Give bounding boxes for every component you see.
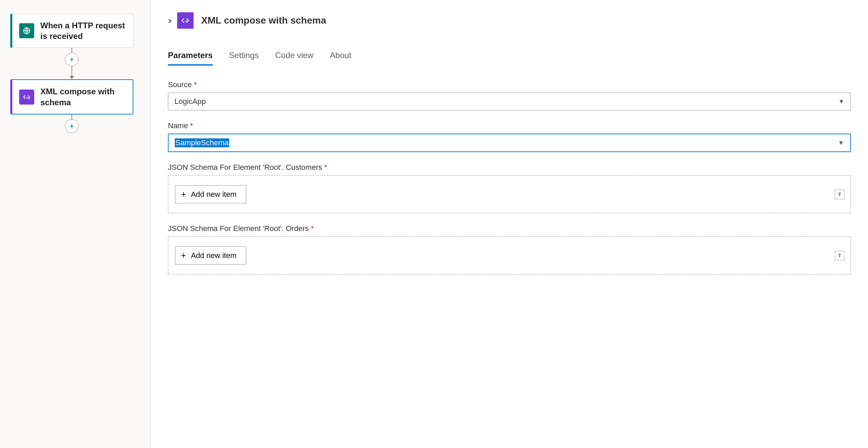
panel-tabs: Parameters Settings Code view About bbox=[168, 49, 851, 66]
panel-title: XML compose with schema bbox=[201, 15, 326, 26]
http-request-icon bbox=[19, 23, 34, 38]
field-orders-label-text: JSON Schema For Element 'Root'. Orders bbox=[168, 224, 309, 233]
panel-header: ›› XML compose with schema bbox=[168, 10, 851, 29]
field-source-label-text: Source bbox=[168, 80, 192, 89]
connector-end: + bbox=[10, 114, 133, 133]
dynamic-content-button[interactable]: T bbox=[835, 190, 844, 199]
action-details-panel: ›› XML compose with schema Parameters Se… bbox=[150, 0, 868, 448]
field-name-label: Name * bbox=[168, 121, 851, 130]
connector: + bbox=[10, 48, 133, 79]
trigger-node-http-request[interactable]: When a HTTP request is received bbox=[10, 14, 133, 48]
required-indicator: * bbox=[311, 224, 314, 233]
source-dropdown-value: LogicApp bbox=[174, 97, 206, 106]
orders-input-area: + Add new item T bbox=[168, 236, 851, 274]
required-indicator: * bbox=[190, 121, 193, 130]
name-dropdown-value: SampleSchema bbox=[175, 138, 229, 147]
source-dropdown[interactable]: LogicApp ▼ bbox=[168, 93, 851, 110]
field-customers-label: JSON Schema For Element 'Root'. Customer… bbox=[168, 163, 851, 172]
add-customers-item-button[interactable]: + Add new item bbox=[175, 185, 246, 203]
add-orders-item-label: Add new item bbox=[191, 251, 236, 260]
plus-icon: + bbox=[181, 250, 186, 261]
field-name-label-text: Name bbox=[168, 121, 188, 130]
add-orders-item-button[interactable]: + Add new item bbox=[175, 246, 246, 264]
field-customers: JSON Schema For Element 'Root'. Customer… bbox=[168, 163, 851, 213]
field-customers-label-text: JSON Schema For Element 'Root'. Customer… bbox=[168, 163, 322, 172]
field-name: Name * SampleSchema ▼ bbox=[168, 121, 851, 152]
action-node-xml-compose[interactable]: XML compose with schema bbox=[10, 79, 133, 114]
add-step-button[interactable]: + bbox=[65, 53, 79, 66]
field-source: Source * LogicApp ▼ bbox=[168, 80, 851, 110]
tab-about[interactable]: About bbox=[330, 49, 352, 66]
xml-compose-icon bbox=[177, 12, 194, 29]
collapse-panel-button[interactable]: ›› bbox=[168, 15, 170, 26]
designer-canvas: When a HTTP request is received + XML co… bbox=[0, 0, 150, 448]
action-node-title: XML compose with schema bbox=[40, 86, 126, 107]
tab-code-view[interactable]: Code view bbox=[275, 49, 313, 66]
xml-compose-icon bbox=[19, 90, 34, 105]
field-orders-label: JSON Schema For Element 'Root'. Orders * bbox=[168, 224, 851, 233]
tab-parameters[interactable]: Parameters bbox=[168, 49, 213, 66]
chevron-down-icon: ▼ bbox=[838, 139, 844, 147]
name-dropdown[interactable]: SampleSchema ▼ bbox=[168, 134, 851, 152]
tab-settings[interactable]: Settings bbox=[229, 49, 259, 66]
customers-input-area: + Add new item T bbox=[168, 175, 851, 213]
add-customers-item-label: Add new item bbox=[191, 190, 236, 199]
required-indicator: * bbox=[194, 80, 197, 89]
field-orders: JSON Schema For Element 'Root'. Orders *… bbox=[168, 224, 851, 274]
dynamic-content-button[interactable]: T bbox=[835, 251, 844, 260]
trigger-node-title: When a HTTP request is received bbox=[40, 20, 126, 41]
chevron-down-icon: ▼ bbox=[838, 98, 844, 105]
field-source-label: Source * bbox=[168, 80, 851, 89]
add-step-button-end[interactable]: + bbox=[65, 119, 79, 133]
plus-icon: + bbox=[181, 189, 186, 200]
required-indicator: * bbox=[324, 163, 327, 172]
